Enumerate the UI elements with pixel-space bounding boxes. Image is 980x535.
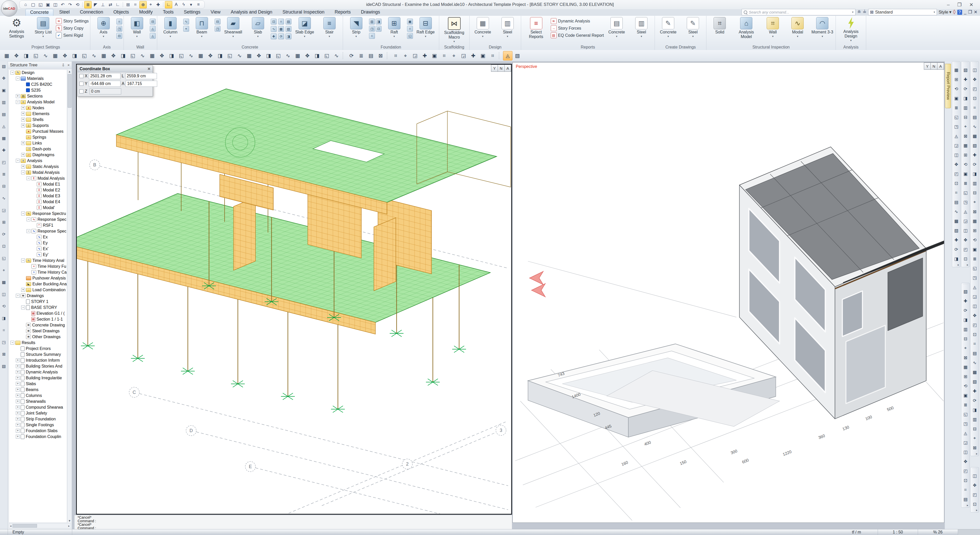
tree-item-response-spec[interactable]: −∿Response Spec <box>9 217 67 222</box>
tree-expander-icon[interactable]: + <box>16 393 20 397</box>
close-icon[interactable]: × <box>67 63 70 67</box>
compass-icon[interactable]: ▦ <box>51 51 60 61</box>
open-folder-icon[interactable]: ◱ <box>37 1 44 8</box>
tree-item-ex-[interactable]: ∿Ex' <box>9 246 67 252</box>
panel-tool-icon[interactable]: ≣ <box>953 104 960 111</box>
side-tool-icon[interactable]: ▥ <box>1 99 7 105</box>
story-forces-button[interactable]: →Story Forces <box>551 25 604 31</box>
wall-button[interactable]: ◧Wall▾ <box>125 16 149 44</box>
wall-curve-icon[interactable]: ◬ <box>150 33 156 39</box>
tab-drawings[interactable]: Drawings <box>356 9 384 16</box>
panel-tool-icon[interactable]: ◫ <box>971 472 978 479</box>
table-active-icon[interactable]: ◬ <box>503 51 512 61</box>
center-mark-icon[interactable]: ◱ <box>128 51 138 61</box>
side-tool-icon[interactable]: ◨ <box>1 315 7 321</box>
panel-tool-icon[interactable]: ⊟ <box>962 114 969 121</box>
move-grid-icon[interactable]: ◱ <box>80 51 89 61</box>
length-field[interactable]: 2559.9 cm <box>125 73 157 79</box>
tab-analysis-and-design[interactable]: Analysis and Design <box>226 9 277 16</box>
panel-tool-icon[interactable]: ⟳ <box>971 161 978 168</box>
story-settings-button[interactable]: ≋Story Settings <box>56 18 89 24</box>
tree-expander-icon[interactable]: − <box>27 177 30 180</box>
spline-icon[interactable]: ▦ <box>293 51 302 61</box>
panel-tool-icon[interactable]: ✥ <box>971 312 978 319</box>
panel-tool-icon[interactable]: ◳ <box>971 274 978 281</box>
tree-item-modal-[interactable]: ΣModal' <box>9 205 67 210</box>
z-coordinate-field[interactable]: 0 cm <box>89 88 121 94</box>
panel-tool-icon[interactable]: ◨ <box>971 170 978 177</box>
tree-item-beams[interactable]: +Beams <box>9 387 67 393</box>
tree-item-project-errors[interactable]: Project Errors <box>9 346 67 352</box>
ortho-icon[interactable]: ∟ <box>165 1 172 8</box>
moment-3-3-button[interactable]: ◠Moment 3-3▾ <box>810 16 834 44</box>
doc-minimize-icon[interactable]: _ <box>964 10 966 15</box>
zoom-window-icon[interactable]: ▦ <box>2 51 11 61</box>
tree-expander-icon[interactable]: + <box>16 429 20 433</box>
analysis-model-canvas[interactable]: BCDE23 <box>77 65 511 514</box>
panel-tool-icon[interactable]: ⌖ <box>971 435 978 442</box>
calculator-icon[interactable]: ▣ <box>478 51 488 61</box>
panel-tool-icon[interactable]: ✥ <box>962 458 969 465</box>
steel-button[interactable]: ▥Steel▾ <box>629 16 653 44</box>
zoom-dynamic-icon[interactable]: ✥ <box>12 51 21 61</box>
side-tool-icon[interactable]: ⊟ <box>1 183 7 189</box>
command-line[interactable]: *Cancel*Command :*Cancel*Command : <box>75 514 512 529</box>
side-tool-icon[interactable]: ◬ <box>1 123 7 129</box>
panel-tool-icon[interactable]: ◫ <box>962 449 969 455</box>
tree-item-slabs[interactable]: +Slabs <box>9 381 67 387</box>
endpoint-snap-icon[interactable]: ⌖ <box>147 1 154 8</box>
panel-tool-icon[interactable]: ▦ <box>962 363 969 371</box>
scroll-thumb[interactable] <box>68 74 72 108</box>
concrete-button[interactable]: ✎Concrete▾ <box>656 16 680 44</box>
tree-item-story-1[interactable]: STORY 1 <box>9 299 67 304</box>
pin-icon[interactable]: ⊡ <box>375 26 382 32</box>
coordinate-box[interactable]: Coordinate Box ✕ X 2501.28 cm L 2559.9 c… <box>77 65 153 97</box>
align-icon[interactable]: ◨ <box>167 51 177 61</box>
panel-tool-icon[interactable]: ▩ <box>971 132 978 140</box>
slab-tool-7[interactable]: ✚ <box>271 33 277 39</box>
panel-icon[interactable]: ✥ <box>254 51 264 61</box>
slab-tool-8[interactable]: ⟳ <box>278 33 284 39</box>
redo-icon[interactable]: ↷ <box>67 1 73 8</box>
slab-tool-5[interactable]: ▩ <box>278 26 284 32</box>
panel-tool-icon[interactable]: ⊞ <box>962 151 969 159</box>
spread-icon[interactable]: ⌗ <box>407 26 413 32</box>
panel-tool-icon[interactable]: ≣ <box>962 180 969 187</box>
panel-tool-icon[interactable]: ⊞ <box>962 373 969 380</box>
slash-icon[interactable]: ⊟ <box>116 33 122 39</box>
layer-manager-icon[interactable]: ≣ <box>84 1 92 8</box>
stretch-icon[interactable]: ◨ <box>118 51 128 61</box>
tree-item-load-combination[interactable]: +→Load Combination <box>9 287 67 293</box>
panel-tool-icon[interactable]: ⌗ <box>971 340 978 347</box>
panel-tool-icon[interactable]: ◨ <box>962 316 969 323</box>
panel-tool-icon[interactable]: ⌖ <box>962 123 969 130</box>
object-snap-icon[interactable]: ⌗ <box>132 1 139 8</box>
tree-expander-icon[interactable]: + <box>16 382 20 386</box>
tree-item-modal-analysis[interactable]: −ΣModal Analysis <box>9 169 67 175</box>
tree-item-foundation-couplin[interactable]: +Foundation Couplin <box>9 434 67 439</box>
block-icon[interactable]: ▦ <box>196 51 205 61</box>
poly-column-icon[interactable]: ⌖ <box>183 26 189 32</box>
tree-item-punctual-masses[interactable]: ●Punctual Masses <box>9 128 67 134</box>
tree-item-results[interactable]: −Results <box>9 340 67 346</box>
x-coordinate-field[interactable]: 2501.28 cm <box>89 73 121 79</box>
panel-tool-icon[interactable]: ⊞ <box>953 76 960 83</box>
layer-stack-icon[interactable]: ≟ <box>862 10 866 15</box>
raft-button[interactable]: ⊞Raft▾ <box>382 16 406 44</box>
panel-tool-icon[interactable]: ≣ <box>962 401 969 408</box>
column-view-icon[interactable]: ⌗ <box>391 51 401 61</box>
view-3p-icon[interactable]: ▤ <box>366 51 375 61</box>
unit-indicator[interactable]: tf / m <box>835 529 878 535</box>
dynamite-icon[interactable]: ∿ <box>235 51 244 61</box>
panel-tool-icon[interactable]: ◨ <box>971 406 978 414</box>
mirror-icon[interactable]: ✥ <box>109 51 118 61</box>
tree-item-design[interactable]: −✎Design <box>9 70 67 76</box>
side-tool-icon[interactable]: ≣ <box>1 171 7 177</box>
layer-select[interactable]: ⊠ Standard ▾ <box>868 9 937 15</box>
tree-expander-icon[interactable]: + <box>21 112 25 116</box>
panel-tool-icon[interactable]: ⟲ <box>953 85 960 92</box>
panel-tool-icon[interactable]: ◬ <box>971 283 978 291</box>
frame2-icon[interactable]: ◨ <box>215 51 225 61</box>
tree-expander-icon[interactable]: − <box>21 306 25 309</box>
mass-icon[interactable]: ∿ <box>332 51 341 61</box>
